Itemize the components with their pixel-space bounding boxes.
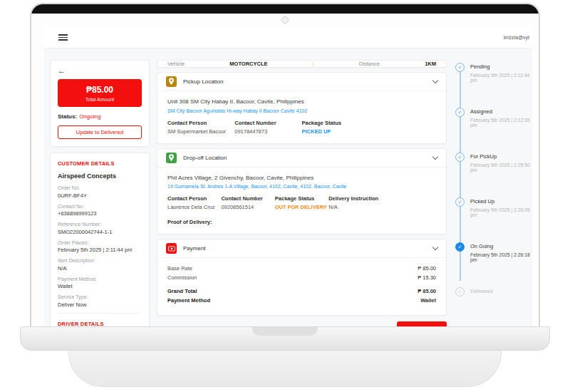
laptop-hinge-bar — [20, 326, 550, 351]
step-label: For PickUp — [470, 153, 532, 160]
customer-details-header: CUSTOMER DETAILS — [58, 160, 142, 167]
pickup-body: Unit 308 SM City Habay II, Bacoor, Cavit… — [157, 91, 446, 143]
pickup-title: Pickup Location — [183, 78, 223, 85]
chevron-down-icon[interactable] — [432, 153, 438, 159]
step-date: February 5th 2025 | 2:26:18 pm — [470, 252, 532, 262]
dropoff-body: Phil Acres Village, 2 Givenchy, Bacoor, … — [157, 167, 446, 234]
field-label: Item Description: — [58, 258, 142, 263]
step-date: February 5th 2025 | 2:12:35 pm — [470, 118, 532, 128]
column-label: Package Status — [275, 195, 328, 202]
pickup-section-header[interactable]: Pickup Location — [157, 73, 446, 91]
dropoff-map-link[interactable]: 19 Gumamela St. Andres 1-A Village, Baco… — [167, 184, 436, 189]
payment-row-value: ₱ 15.30 — [418, 274, 436, 281]
customer-name: Airspeed Concepts — [58, 172, 142, 180]
field-row: Payment Method: Wallet — [58, 277, 142, 290]
payment-section-header[interactable]: Payment — [157, 239, 446, 258]
payment-total-row: Grand Total ₱ 85.00 — [167, 288, 436, 294]
field-row: Reference Number: SMO22000042744-1-1 — [58, 222, 142, 235]
column-label: Package Status — [302, 120, 437, 126]
info-column: Contact Number 09208561514 — [221, 195, 274, 210]
field-row: Order No: 0URF-BF4Y — [58, 185, 142, 199]
field-value: SMO22000042744-1-1 — [58, 229, 142, 235]
payment-row: Commission ₱ 15.30 — [167, 274, 436, 281]
payment-totals: Grand Total ₱ 85.00 Payment Method Walle… — [167, 288, 436, 304]
info-column: Package Status PICKED UP — [302, 120, 437, 135]
field-label: Order No: — [58, 185, 142, 190]
distance-value: 1KM — [425, 61, 436, 67]
step-text: Assigned February 5th 2025 | 2:12:35 pm — [470, 108, 532, 128]
app-screen: krizzia@vyt ← ₱85.00 Total Amount Status… — [44, 27, 532, 331]
step-text: For PickUp February 5th 2025 | 2:25:50 p… — [470, 153, 532, 172]
field-label: Payment Method: — [58, 277, 142, 282]
pickup-address: Unit 308 SM City Habay II, Bacoor, Cavit… — [167, 98, 436, 105]
timeline-step: ✓ Picked Up February 5th 2025 | 2:26:05 … — [455, 197, 532, 217]
step-text: On Going February 5th 2025 | 2:26:18 pm — [470, 242, 532, 262]
update-to-delivered-button[interactable]: Update to Delivered — [58, 125, 142, 139]
payment-row-label: Commission — [167, 274, 197, 281]
step-date: February 5th 2025 | 2:11:44 pm — [470, 73, 532, 83]
hamburger-menu-icon[interactable] — [58, 33, 68, 43]
column-value: SM Supermarket Bacoor — [167, 128, 234, 135]
field-row: Contact No: +638898999123 — [58, 204, 142, 217]
column-label: Contact Number — [221, 195, 274, 202]
back-arrow-icon[interactable]: ← — [58, 67, 142, 74]
timeline-step: ✓ On Going February 5th 2025 | 2:26:18 p… — [455, 242, 532, 262]
laptop-base — [68, 350, 502, 387]
laptop-bezel-band — [31, 4, 539, 14]
pickup-map-link[interactable]: SM City Bacoor Aguinaldo Hi-way Habay II… — [167, 108, 436, 113]
payment-row-label: Base Rate — [167, 265, 192, 272]
column-value: OUT FOR DELIVERY — [275, 204, 328, 210]
chevron-down-icon[interactable] — [432, 78, 438, 83]
pickup-columns: Contact Person SM Supermarket Bacoor Con… — [167, 120, 436, 135]
step-check-icon: ✓ — [455, 63, 465, 72]
column-value: N/A — [328, 204, 436, 210]
step-label: Assigned — [470, 108, 532, 115]
laptop-lid: krizzia@vyt ← ₱85.00 Total Amount Status… — [30, 3, 540, 332]
timeline-steps: ✓ Pending February 5th 2025 | 2:11:44 pm… — [455, 63, 532, 297]
vehicle-distance-bar: Vehicle MOTORCYCLE | Distance 1KM — [157, 60, 447, 68]
dropoff-location-card: Drop-off Location Phil Acres Village, 2 … — [157, 148, 447, 235]
field-label: Reference Number: — [58, 222, 142, 227]
payment-title: Payment — [183, 245, 206, 252]
field-row: Order Placed: February 5th 2025 | 2:11:4… — [58, 240, 142, 254]
info-column: Contact Person SM Supermarket Bacoor — [167, 120, 234, 135]
column-value: 09208561514 — [221, 204, 274, 210]
field-row: Item Description: N/A — [58, 258, 142, 272]
column-label: Contact Person — [167, 195, 221, 202]
separator: | — [313, 61, 314, 67]
status-label: Status: — [58, 113, 77, 120]
pickup-pin-icon — [166, 76, 177, 87]
column-label: Contact Number — [234, 120, 301, 126]
pickup-location-card: Pickup Location Unit 308 SM City Habay I… — [157, 72, 447, 144]
customer-fields: Order No: 0URF-BF4Y Contact No: +6388989… — [58, 185, 142, 308]
main-panel: Vehicle MOTORCYCLE | Distance 1KM Pickup… — [157, 60, 447, 331]
step-label: On Going — [470, 243, 532, 249]
payment-total-label: Grand Total — [167, 288, 197, 294]
payment-card: Payment Base Rate ₱ 85.00 — [157, 239, 447, 316]
field-label: Service Type: — [58, 294, 142, 299]
total-amount-label: Total Amount — [61, 97, 139, 102]
column-value: Laurence Dela Cruz — [167, 204, 221, 210]
info-column: Contact Person Laurence Dela Cruz — [167, 195, 221, 210]
order-status: Status:Ongoing — [58, 113, 142, 120]
payment-total-value: Wallet — [420, 297, 436, 304]
chevron-down-icon[interactable] — [432, 244, 438, 250]
top-bar: krizzia@vyt — [44, 27, 532, 48]
vehicle-label: Vehicle — [167, 61, 185, 67]
status-value: Ongoing — [79, 113, 100, 120]
order-summary-card: ← ₱85.00 Total Amount Status:Ongoing Upd… — [50, 60, 150, 147]
step-label: Picked Up — [470, 198, 532, 205]
info-column: Package Status OUT FOR DELIVERY — [275, 195, 328, 210]
step-check-icon: ✓ — [455, 108, 465, 117]
payment-cash-icon — [166, 243, 177, 254]
step-date: February 5th 2025 | 2:26:05 pm — [470, 207, 532, 217]
field-value: 0URF-BF4Y — [58, 192, 142, 199]
total-amount-value: ₱85.00 — [61, 85, 139, 95]
payment-total-value: ₱ 85.00 — [418, 288, 436, 294]
app-body: ← ₱85.00 Total Amount Status:Ongoing Upd… — [44, 48, 532, 331]
user-email[interactable]: krizzia@vyt — [504, 35, 529, 40]
status-timeline: ✓ Pending February 5th 2025 | 2:11:44 pm… — [454, 60, 532, 331]
dropoff-section-header[interactable]: Drop-off Location — [157, 149, 446, 167]
dropoff-title: Drop-off Location — [183, 155, 227, 161]
step-check-icon: ✓ — [455, 287, 465, 296]
